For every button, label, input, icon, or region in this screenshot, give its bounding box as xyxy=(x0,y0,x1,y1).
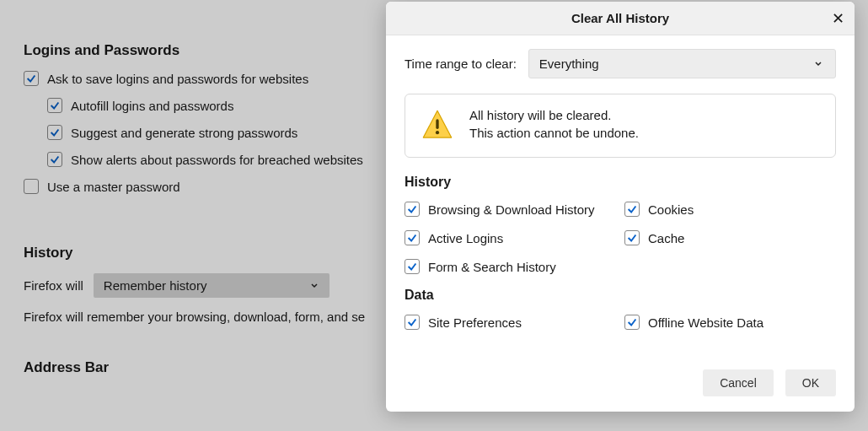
dialog-buttons: Cancel OK xyxy=(386,369,855,412)
data-group-title: Data xyxy=(405,288,836,303)
warning-icon xyxy=(421,108,454,142)
form-search-label: Form & Search History xyxy=(428,260,556,274)
time-range-value: Everything xyxy=(539,57,599,71)
warning-box: All history will be cleared. This action… xyxy=(405,94,836,158)
offline-data-label: Offline Website Data xyxy=(648,315,764,330)
warning-line2: This action cannot be undone. xyxy=(469,126,639,140)
history-options: Browsing & Download History Cookies Acti… xyxy=(405,202,836,274)
data-options: Site Preferences Offline Website Data xyxy=(405,315,836,330)
history-group-title: History xyxy=(405,175,836,190)
time-range-row: Time range to clear: Everything xyxy=(405,49,836,78)
dialog-title: Clear All History xyxy=(571,11,669,25)
chevron-down-icon xyxy=(813,57,823,71)
cache-label: Cache xyxy=(648,231,684,245)
offline-data-row[interactable]: Offline Website Data xyxy=(624,315,836,330)
cache-checkbox[interactable] xyxy=(624,230,640,245)
browsing-history-label: Browsing & Download History xyxy=(428,202,595,217)
cache-row[interactable]: Cache xyxy=(624,230,836,245)
time-range-select[interactable]: Everything xyxy=(528,49,836,78)
form-search-checkbox[interactable] xyxy=(405,259,420,274)
cancel-button[interactable]: Cancel xyxy=(703,369,774,396)
browsing-history-checkbox[interactable] xyxy=(405,202,420,217)
svg-rect-0 xyxy=(436,119,438,129)
form-search-row[interactable]: Form & Search History xyxy=(405,259,616,274)
close-button[interactable]: ✕ xyxy=(832,11,844,26)
warning-line1: All history will be cleared. xyxy=(469,108,639,122)
active-logins-row[interactable]: Active Logins xyxy=(405,230,616,245)
dialog-header: Clear All History ✕ xyxy=(386,2,855,35)
site-prefs-checkbox[interactable] xyxy=(405,315,420,330)
time-range-label: Time range to clear: xyxy=(405,57,517,71)
active-logins-checkbox[interactable] xyxy=(405,230,420,245)
active-logins-label: Active Logins xyxy=(428,231,503,245)
cookies-label: Cookies xyxy=(648,202,694,217)
dialog-body: Time range to clear: Everything All hist… xyxy=(386,35,855,369)
clear-history-dialog: Clear All History ✕ Time range to clear:… xyxy=(386,2,855,412)
site-prefs-label: Site Preferences xyxy=(428,315,522,330)
browsing-history-row[interactable]: Browsing & Download History xyxy=(405,202,616,217)
svg-point-1 xyxy=(436,131,439,134)
warning-text: All history will be cleared. This action… xyxy=(469,108,639,143)
cookies-checkbox[interactable] xyxy=(624,202,640,217)
offline-data-checkbox[interactable] xyxy=(624,315,640,330)
cookies-row[interactable]: Cookies xyxy=(624,202,836,217)
site-prefs-row[interactable]: Site Preferences xyxy=(405,315,616,330)
ok-button[interactable]: OK xyxy=(785,369,836,396)
